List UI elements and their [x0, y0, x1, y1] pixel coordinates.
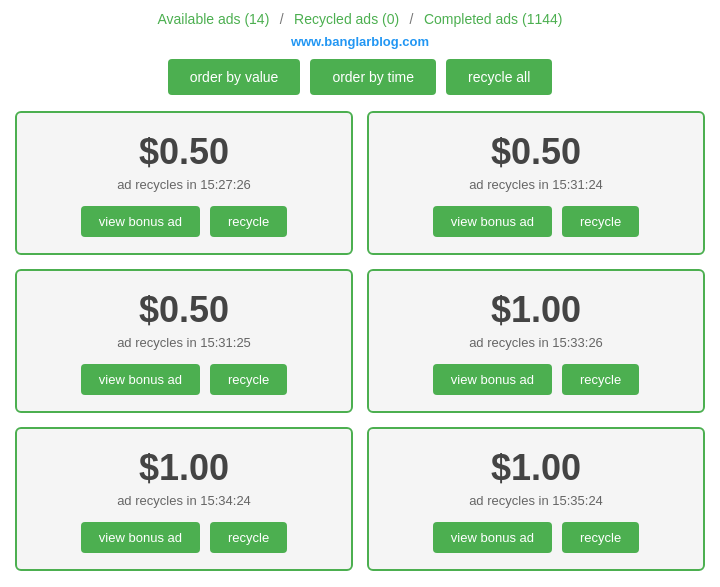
ad-value: $0.50 — [37, 131, 331, 173]
ads-grid: $0.50 ad recycles in 15:27:26 view bonus… — [15, 111, 705, 571]
ad-recycle-time: ad recycles in 15:31:24 — [389, 177, 683, 192]
ad-buttons: view bonus ad recycle — [389, 522, 683, 553]
ad-value: $1.00 — [389, 447, 683, 489]
recycle-button[interactable]: recycle — [210, 206, 287, 237]
ad-buttons: view bonus ad recycle — [389, 364, 683, 395]
ad-buttons: view bonus ad recycle — [37, 522, 331, 553]
ad-card: $1.00 ad recycles in 15:33:26 view bonus… — [367, 269, 705, 413]
ad-buttons: view bonus ad recycle — [37, 364, 331, 395]
ad-recycle-time: ad recycles in 15:27:26 — [37, 177, 331, 192]
recycle-all-button[interactable]: recycle all — [446, 59, 552, 95]
site-url: www.banglarblog.com — [15, 34, 705, 49]
view-bonus-ad-button[interactable]: view bonus ad — [81, 206, 200, 237]
view-bonus-ad-button[interactable]: view bonus ad — [433, 206, 552, 237]
view-bonus-ad-button[interactable]: view bonus ad — [433, 364, 552, 395]
ad-card: $1.00 ad recycles in 15:34:24 view bonus… — [15, 427, 353, 571]
view-bonus-ad-button[interactable]: view bonus ad — [433, 522, 552, 553]
ad-card: $0.50 ad recycles in 15:31:24 view bonus… — [367, 111, 705, 255]
recycle-button[interactable]: recycle — [562, 364, 639, 395]
separator-2: / — [410, 11, 414, 27]
recycle-button[interactable]: recycle — [210, 522, 287, 553]
ad-recycle-time: ad recycles in 15:31:25 — [37, 335, 331, 350]
recycled-ads-link[interactable]: Recycled ads (0) — [294, 11, 399, 27]
ad-value: $1.00 — [389, 289, 683, 331]
ad-recycle-time: ad recycles in 15:33:26 — [389, 335, 683, 350]
order-by-time-button[interactable]: order by time — [310, 59, 436, 95]
ad-value: $0.50 — [37, 289, 331, 331]
ad-value: $1.00 — [37, 447, 331, 489]
order-by-value-button[interactable]: order by value — [168, 59, 301, 95]
view-bonus-ad-button[interactable]: view bonus ad — [81, 364, 200, 395]
separator-1: / — [280, 11, 284, 27]
ad-card: $0.50 ad recycles in 15:27:26 view bonus… — [15, 111, 353, 255]
ad-recycle-time: ad recycles in 15:34:24 — [37, 493, 331, 508]
recycle-button[interactable]: recycle — [210, 364, 287, 395]
action-buttons-row: order by value order by time recycle all — [15, 59, 705, 95]
ad-buttons: view bonus ad recycle — [389, 206, 683, 237]
header-nav: Available ads (14) / Recycled ads (0) / … — [15, 10, 705, 28]
ad-card: $0.50 ad recycles in 15:31:25 view bonus… — [15, 269, 353, 413]
recycle-button[interactable]: recycle — [562, 522, 639, 553]
recycle-button[interactable]: recycle — [562, 206, 639, 237]
ad-card: $1.00 ad recycles in 15:35:24 view bonus… — [367, 427, 705, 571]
ad-value: $0.50 — [389, 131, 683, 173]
available-ads-link[interactable]: Available ads (14) — [158, 11, 270, 27]
ad-recycle-time: ad recycles in 15:35:24 — [389, 493, 683, 508]
completed-ads-link[interactable]: Completed ads (1144) — [424, 11, 563, 27]
view-bonus-ad-button[interactable]: view bonus ad — [81, 522, 200, 553]
ad-buttons: view bonus ad recycle — [37, 206, 331, 237]
